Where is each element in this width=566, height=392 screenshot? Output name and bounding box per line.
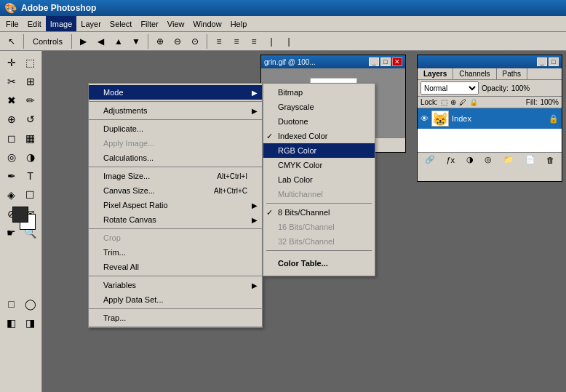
layer-row-index[interactable]: 👁 😸 Index 🔒 — [418, 108, 562, 129]
delete-icon[interactable]: 🗑 — [546, 156, 554, 164]
close-button[interactable]: ✕ — [392, 57, 402, 66]
tool-screen1[interactable]: ◧ — [3, 314, 20, 332]
tool-blur[interactable]: ◎ — [3, 148, 20, 166]
menu-layer[interactable]: Layer — [76, 16, 105, 31]
submenu-cmyk-color[interactable]: CMYK Color — [263, 158, 375, 172]
layers-maximize[interactable]: □ — [549, 57, 559, 66]
lock-label: Lock: — [420, 98, 438, 106]
menu-item-canvas-size[interactable]: Canvas Size... Alt+Ctrl+C — [89, 183, 262, 198]
blend-mode-select[interactable]: Normal — [420, 81, 479, 95]
tool-crop[interactable]: ✂ — [3, 73, 20, 90]
adj-icon[interactable]: ◎ — [485, 155, 492, 164]
toolbar: ↖ Controls ▶ ◀ ▲ ▼ ⊕ ⊖ ⊙ ≡ ≡ ≡ | | — [0, 32, 566, 51]
tool-eraser[interactable]: ◻ — [3, 129, 20, 147]
toolbar-btn-9[interactable]: ≡ — [228, 33, 245, 49]
color-swatches — [12, 207, 41, 233]
layers-minimize[interactable]: _ — [537, 57, 547, 66]
maximize-button[interactable]: □ — [380, 57, 391, 66]
menu-item-calculations[interactable]: Calculations... — [89, 151, 262, 165]
new-layer-icon[interactable]: 📄 — [525, 155, 535, 164]
grayscale-label: Grayscale — [278, 103, 314, 111]
opacity-label: Opacity: — [482, 84, 509, 92]
layers-list: 👁 😸 Index 🔒 — [418, 108, 562, 152]
submenu-color-table[interactable]: Color Table... — [263, 252, 375, 274]
toolbar-btn-10[interactable]: ≡ — [245, 33, 263, 49]
menu-image[interactable]: Image — [46, 16, 77, 31]
menu-select[interactable]: Select — [105, 16, 137, 31]
submenu-grayscale[interactable]: Grayscale — [263, 100, 375, 114]
tool-3d[interactable]: ☐ — [22, 186, 39, 204]
fx-icon[interactable]: ƒx — [446, 156, 455, 164]
mask-icon[interactable]: ◑ — [466, 155, 474, 164]
menu-item-variables[interactable]: Variables ▶ — [89, 278, 262, 292]
lock-icon3: 🖊 — [459, 98, 466, 106]
submenu-lab-color[interactable]: Lab Color — [263, 172, 375, 187]
image-menu-section-2: Adjustments ▶ — [89, 102, 262, 120]
tool-slice[interactable]: ⊞ — [22, 73, 39, 90]
submenu-8bits[interactable]: ✓ 8 Bits/Channel — [263, 205, 375, 220]
tool-text[interactable]: T — [22, 167, 39, 185]
foreground-color[interactable] — [12, 207, 28, 223]
submenu-rgb-color[interactable]: RGB Color — [263, 143, 375, 158]
toolbar-btn-5[interactable]: ⊕ — [151, 33, 169, 49]
mode-arrow: ▶ — [252, 89, 258, 97]
toolbar-btn-7[interactable]: ⊙ — [186, 33, 204, 49]
tool-dodge[interactable]: ◑ — [22, 148, 39, 166]
menu-item-image-size[interactable]: Image Size... Alt+Ctrl+I — [89, 169, 262, 183]
tool-clone[interactable]: ⊕ — [3, 111, 20, 128]
menu-help[interactable]: Help — [226, 16, 252, 31]
menu-item-duplicate[interactable]: Duplicate... — [89, 121, 262, 136]
bitmap-label: Bitmap — [278, 88, 303, 97]
tab-paths[interactable]: Paths — [497, 68, 528, 79]
menu-item-rotate-canvas[interactable]: Rotate Canvas ▶ — [89, 212, 262, 227]
menu-item-pixel-aspect[interactable]: Pixel Aspect Ratio ▶ — [89, 198, 262, 212]
submenu-16bits: 16 Bits/Channel — [263, 220, 375, 234]
toolbar-btn-3[interactable]: ▲ — [110, 33, 127, 49]
tool-selection[interactable]: ◈ — [3, 186, 20, 204]
menu-item-adjustments[interactable]: Adjustments ▶ — [89, 103, 262, 118]
submenu-indexed-color[interactable]: ✓ Indexed Color — [263, 129, 375, 143]
toolbar-btn-11[interactable]: | — [263, 33, 280, 49]
tab-channels[interactable]: Channels — [453, 68, 496, 79]
tool-history[interactable]: ↺ — [22, 111, 39, 128]
tool-row-1: ✛ ⬚ — [3, 54, 39, 71]
submenu-bitmap[interactable]: Bitmap — [263, 85, 375, 100]
tool-pen[interactable]: ✒ — [3, 167, 20, 185]
link-icon[interactable]: 🔗 — [425, 155, 435, 164]
menu-view[interactable]: View — [163, 16, 189, 31]
toolbar-btn-1[interactable]: ▶ — [75, 33, 92, 49]
indexed-color-label: Indexed Color — [278, 132, 328, 140]
toolbar-btn-12[interactable]: | — [280, 33, 298, 49]
tool-mode1[interactable]: □ — [3, 295, 20, 313]
toolbar-btn-2[interactable]: ◀ — [92, 33, 110, 49]
menu-window[interactable]: Window — [189, 16, 226, 31]
menu-item-trap[interactable]: Trap... — [89, 311, 262, 325]
lock-icon4: 🔒 — [469, 98, 478, 106]
submenu-duotone[interactable]: Duotone — [263, 114, 375, 129]
menu-edit[interactable]: Edit — [23, 16, 46, 31]
menu-file[interactable]: File — [1, 16, 23, 31]
tool-gradient[interactable]: ▦ — [22, 129, 39, 147]
toolbar-arrow[interactable]: ↖ — [3, 33, 20, 49]
menu-filter[interactable]: Filter — [136, 16, 162, 31]
rgb-color-label: RGB Color — [278, 146, 316, 155]
tool-brush[interactable]: ✏ — [22, 92, 39, 109]
layer-visibility[interactable]: 👁 — [420, 114, 429, 123]
toolbar-btn-6[interactable]: ⊖ — [169, 33, 186, 49]
layers-lock-row: Lock: ⬚ ⊕ 🖊 🔒 Fill: 100% — [418, 97, 562, 108]
toolbar-btn-8[interactable]: ≡ — [210, 33, 228, 49]
tab-layers[interactable]: Layers — [418, 68, 453, 79]
tool-move[interactable]: ✛ — [3, 54, 20, 71]
minimize-button[interactable]: _ — [369, 57, 379, 66]
tool-heal[interactable]: ✖ — [3, 92, 20, 109]
tool-mode2[interactable]: ◯ — [22, 295, 39, 313]
tool-screen2[interactable]: ◨ — [22, 314, 39, 332]
tool-lasso[interactable]: ⬚ — [22, 54, 39, 71]
tool-row-5: ◻ ▦ — [3, 129, 39, 147]
menu-item-mode[interactable]: Mode ▶ — [89, 85, 262, 100]
menu-item-apply-data[interactable]: Apply Data Set... — [89, 292, 262, 307]
menu-item-reveal-all[interactable]: Reveal All — [89, 260, 262, 274]
folder-icon[interactable]: 📁 — [503, 155, 514, 164]
toolbar-btn-4[interactable]: ▼ — [127, 33, 145, 49]
menu-item-trim[interactable]: Trim... — [89, 245, 262, 260]
